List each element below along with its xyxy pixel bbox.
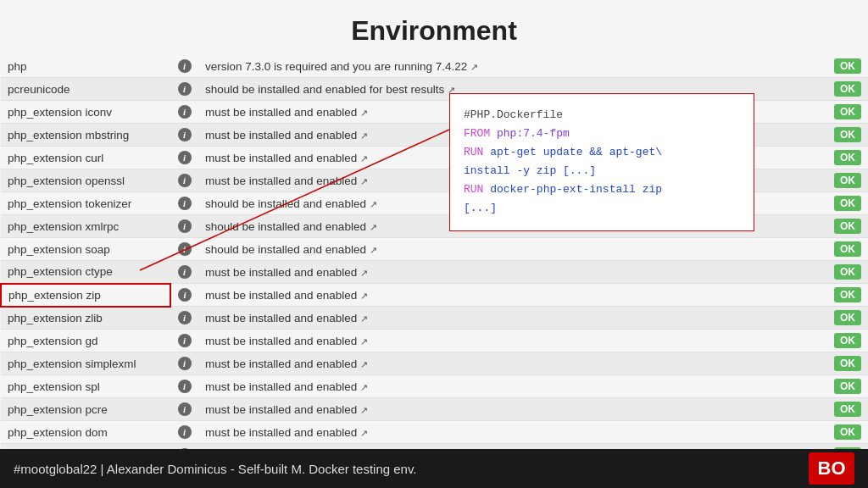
popup-line-2: FROM php:7.4-fpm xyxy=(464,125,740,143)
row-name: php_extension simplexml xyxy=(1,352,170,375)
status-badge: OK xyxy=(826,169,868,192)
status-badge: OK xyxy=(826,261,868,284)
status-badge: OK xyxy=(826,124,868,147)
table-row: php_extension pcreimust be installed and… xyxy=(1,398,868,421)
popup-from-prefix: FROM xyxy=(464,127,497,140)
info-icon[interactable]: i xyxy=(170,284,198,307)
row-name: php_extension mbstring xyxy=(1,124,170,147)
arrow-indicator xyxy=(140,258,462,283)
popup-line-4: install -y zip [...] xyxy=(464,162,740,180)
footer-logo: BO xyxy=(809,452,854,485)
info-icon[interactable]: i xyxy=(170,215,198,238)
popup-run-prefix: RUN xyxy=(464,146,490,158)
info-icon[interactable]: i xyxy=(170,398,198,421)
popup-run-value: apt-get update && apt-get\ xyxy=(490,146,662,158)
info-icon[interactable]: i xyxy=(170,55,198,78)
info-icon[interactable]: i xyxy=(170,421,198,444)
row-name: php_extension dom xyxy=(1,421,170,444)
footer-text: #mootglobal22 | Alexander Dominicus - Se… xyxy=(14,462,417,476)
popup-line-6: [...] xyxy=(464,199,740,218)
row-name: php_extension spl xyxy=(1,375,170,398)
table-row: php_extension domimust be installed and … xyxy=(1,421,868,444)
dockerfile-popup: #PHP.Dockerfile FROM php:7.4-fpm RUN apt… xyxy=(449,93,754,231)
row-desc: must be installed and enabled ↗ xyxy=(198,352,826,375)
logo-box: BO xyxy=(809,452,854,485)
main-content: Environment phpiversion 7.3.0 is require… xyxy=(0,0,868,449)
popup-from-value: php:7.4-fpm xyxy=(497,127,570,140)
row-name: php_extension curl xyxy=(1,147,170,169)
status-badge: OK xyxy=(826,78,868,101)
popup-run2-value: docker-php-ext-install zip xyxy=(490,183,662,196)
info-icon[interactable]: i xyxy=(170,147,198,169)
row-desc: must be installed and enabled ↗ xyxy=(198,330,826,352)
row-name: php_extension zip xyxy=(1,284,170,307)
table-row: php_extension simplexmlimust be installe… xyxy=(1,352,868,375)
status-badge: OK xyxy=(826,307,868,330)
table-row: phpiversion 7.3.0 is required and you ar… xyxy=(1,55,868,78)
footer: #mootglobal22 | Alexander Dominicus - Se… xyxy=(0,449,868,488)
info-icon[interactable]: i xyxy=(170,375,198,398)
info-icon[interactable]: i xyxy=(170,78,198,101)
status-badge: OK xyxy=(826,330,868,352)
row-desc: version 7.3.0 is required and you are ru… xyxy=(198,55,826,78)
logo-text: BO xyxy=(818,458,846,480)
status-badge: OK xyxy=(826,215,868,238)
row-desc: must be installed and enabled ↗ xyxy=(198,398,826,421)
row-desc: must be installed and enabled ↗ xyxy=(198,307,826,330)
page-title: Environment xyxy=(0,0,868,55)
status-badge: OK xyxy=(826,398,868,421)
row-name: php_extension openssl xyxy=(1,169,170,192)
row-name: php_extension pcre xyxy=(1,398,170,421)
status-badge: OK xyxy=(826,375,868,398)
row-name: php_extension xmlrpc xyxy=(1,215,170,238)
info-icon[interactable]: i xyxy=(170,330,198,352)
table-row: php_extension gdimust be installed and e… xyxy=(1,330,868,352)
row-name: php_extension tokenizer xyxy=(1,192,170,215)
row-name: php xyxy=(1,55,170,78)
row-desc: must be installed and enabled ↗ xyxy=(198,284,826,307)
info-icon[interactable]: i xyxy=(170,307,198,330)
status-badge: OK xyxy=(826,238,868,261)
status-badge: OK xyxy=(826,101,868,124)
popup-line-1: #PHP.Dockerfile xyxy=(464,106,740,125)
status-badge: OK xyxy=(826,352,868,375)
row-name: pcreunicode xyxy=(1,78,170,101)
status-badge: OK xyxy=(826,55,868,78)
status-badge: OK xyxy=(826,147,868,169)
table-row: php_extension zipimust be installed and … xyxy=(1,284,868,307)
row-name: php_extension zlib xyxy=(1,307,170,330)
info-icon[interactable]: i xyxy=(170,192,198,215)
info-icon[interactable]: i xyxy=(170,124,198,147)
table-row: php_extension zlibimust be installed and… xyxy=(1,307,868,330)
row-name: php_extension iconv xyxy=(1,101,170,124)
popup-line-3: RUN apt-get update && apt-get\ xyxy=(464,143,740,162)
status-badge: OK xyxy=(826,284,868,307)
info-icon[interactable]: i xyxy=(170,169,198,192)
status-badge: OK xyxy=(826,192,868,215)
table-row: php_extension splimust be installed and … xyxy=(1,375,868,398)
row-name: php_extension gd xyxy=(1,330,170,352)
info-icon[interactable]: i xyxy=(170,101,198,124)
row-desc: must be installed and enabled ↗ xyxy=(198,421,826,444)
info-icon[interactable]: i xyxy=(170,352,198,375)
popup-run2-prefix: RUN xyxy=(464,183,490,196)
popup-line-5: RUN docker-php-ext-install zip xyxy=(464,180,740,199)
status-badge: OK xyxy=(826,421,868,444)
row-desc: must be installed and enabled ↗ xyxy=(198,375,826,398)
